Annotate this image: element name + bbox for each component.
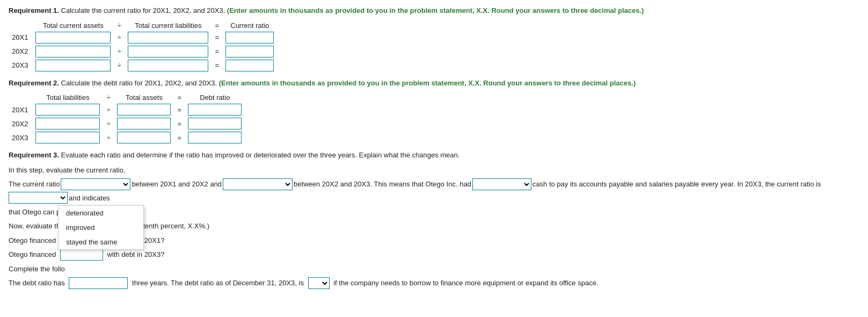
req3-line1-pre: The current ratio	[9, 178, 60, 190]
req1-row1-label: 20X1	[9, 31, 32, 45]
req1-col3-header: Current ratio	[222, 20, 277, 31]
req2-col1-header: Total liabilities	[32, 92, 103, 103]
req2-col3-header: Debt ratio	[185, 92, 245, 103]
req3-otego2-pre: Otego financed	[9, 248, 56, 261]
req3-line1-end: and indicates	[69, 192, 110, 204]
req2-row3-label: 20X3	[9, 131, 32, 145]
req3-debt-select[interactable]: good bad	[308, 277, 330, 289]
req3-complete-line: Complete the follo	[9, 263, 859, 275]
req3-debt-mid: three years. The debt ratio as of Decemb…	[132, 277, 304, 289]
req3-select2[interactable]: deteriorated improved stayed the same	[223, 178, 293, 190]
req3-otego2-mid: with debt in 20X3?	[107, 248, 164, 261]
req3-debt-input[interactable]	[69, 277, 128, 289]
req2-20x1-liab[interactable]	[35, 104, 100, 116]
req1-col1-header: Total current assets	[32, 20, 114, 31]
req2-row1-label: 20X1	[9, 103, 32, 117]
req1-row3-label: 20X3	[9, 59, 32, 73]
req3-debt-pre: The debt ratio has	[9, 277, 65, 289]
req1-row2-label: 20X2	[9, 45, 32, 59]
req3-line1: The current ratio deteriorated improved …	[9, 178, 859, 204]
req2-20x1-debt[interactable]	[188, 104, 242, 116]
table-row: 20X1 ÷ =	[9, 31, 277, 45]
req2-20x3-debt[interactable]	[188, 132, 242, 143]
req1-20x3-assets[interactable]	[35, 60, 111, 71]
req3-otego1-pre: Otego financed	[9, 234, 56, 247]
req2-20x2-assets[interactable]	[117, 118, 171, 129]
req2-table: Total liabilities ÷ Total assets = Debt …	[9, 92, 245, 145]
req3-line1-mid1: between 20X1 and 20X2 and	[132, 178, 222, 190]
req3-select3[interactable]: more less enough	[472, 178, 531, 190]
req2-20x2-liab[interactable]	[35, 118, 100, 129]
req1-table-section: Total current assets ÷ Total current lia…	[9, 20, 859, 73]
req3-debt-end: if the company needs to borrow to financ…	[333, 277, 598, 289]
req3-select4[interactable]: deteriorated improved stayed the same	[9, 192, 68, 204]
req1-20x2-liab[interactable]	[128, 46, 208, 57]
req1-text: Requirement 1. Calculate the current rat…	[9, 5, 859, 16]
dropdown-option-deteriorated[interactable]: deteriorated	[59, 206, 143, 220]
req2-20x3-liab[interactable]	[35, 132, 100, 143]
req3-otego2-line: Otego financed with debt in 20X3?	[9, 248, 859, 261]
req2-col2-header: Total assets	[114, 92, 174, 103]
table-row: 20X1 ÷ =	[9, 103, 245, 117]
req3-line1-mid2: between 20X2 and 20X3. This means that O…	[294, 178, 471, 190]
req3-line1-mid3: cash to pay its accounts payable and sal…	[533, 178, 821, 190]
req2-table-section: Total liabilities ÷ Total assets = Debt …	[9, 92, 859, 145]
table-row: 20X2 ÷ =	[9, 117, 245, 131]
req2-20x3-assets[interactable]	[117, 132, 171, 143]
req3-complete-text: Complete the follo	[9, 263, 65, 275]
dropdown-option-improved[interactable]: improved	[59, 220, 143, 235]
dropdown-option-stayed[interactable]: stayed the same	[59, 235, 143, 249]
req2-20x1-assets[interactable]	[117, 104, 171, 116]
table-row: 20X2 ÷ =	[9, 45, 277, 59]
req1-col2-header: Total current liabilities	[125, 20, 211, 31]
req1-20x3-ratio[interactable]	[225, 60, 274, 71]
req2-row2-label: 20X2	[9, 117, 32, 131]
table-row: 20X3 ÷ =	[9, 131, 245, 145]
req3-otego2-input[interactable]	[60, 249, 103, 261]
req1-20x2-ratio[interactable]	[225, 46, 274, 57]
dropdown-overlay: deteriorated improved stayed the same	[58, 205, 144, 250]
req2-20x2-debt[interactable]	[188, 118, 242, 129]
req3-step: In this step, evaluate the current ratio…	[9, 165, 859, 176]
req3-debt-line: The debt ratio has three years. The debt…	[9, 277, 859, 289]
req1-20x3-liab[interactable]	[128, 60, 208, 71]
req3-text: Requirement 3. Evaluate each ratio and d…	[9, 150, 859, 161]
req3-select1[interactable]: deteriorated improved stayed the same	[61, 178, 130, 190]
req3-line2-text: that Otego can pa	[9, 206, 64, 218]
req3-now-pre: Now, evaluate the	[9, 220, 64, 232]
req1-table: Total current assets ÷ Total current lia…	[9, 20, 277, 73]
req1-20x1-ratio[interactable]	[225, 32, 274, 44]
req1-20x1-assets[interactable]	[35, 32, 111, 44]
req1-20x2-assets[interactable]	[35, 46, 111, 57]
table-row: 20X3 ÷ =	[9, 59, 277, 73]
req2-text: Requirement 2. Calculate the debt ratio …	[9, 78, 859, 89]
req1-20x1-liab[interactable]	[128, 32, 208, 44]
